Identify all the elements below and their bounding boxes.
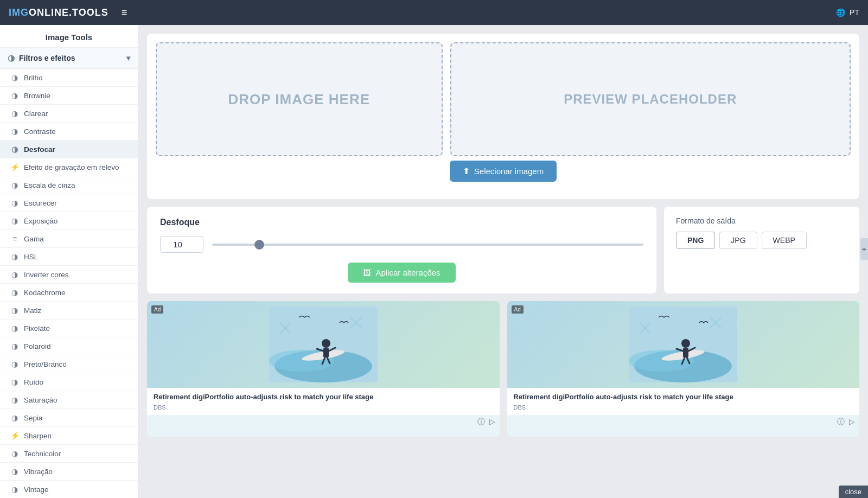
efeito-gravacao-label: Efeito de gravação em relevo [24, 163, 119, 171]
sidebar-item-technicolor[interactable]: ◑ Technicolor [0, 445, 138, 463]
logo: IMGONLINE.TOOLS [9, 7, 108, 18]
format-jpg-button[interactable]: JPG [719, 232, 757, 249]
blur-slider[interactable] [212, 244, 643, 246]
sidebar-item-sharpen[interactable]: ⚡ Sharpen [0, 427, 138, 445]
sidebar-item-pixelate[interactable]: ◑ Pixelate [0, 320, 138, 337]
ad-badge-2: Ad [512, 305, 524, 314]
sidebar-item-escala-cinza[interactable]: ◑ Escala de cinza [0, 176, 138, 194]
gama-icon: ≡ [10, 234, 20, 243]
apply-icon: 🖼 [363, 268, 371, 277]
sidebar-item-matiz[interactable]: ◑ Matiz [0, 302, 138, 320]
top-nav-right: 🌐 PT [836, 8, 859, 17]
drop-zone[interactable]: DROP IMAGE HERE [156, 42, 443, 156]
matiz-label: Matiz [24, 307, 41, 315]
sidebar-item-desfocar[interactable]: ◑ Desfocar [0, 141, 138, 158]
contraste-label: Contraste [24, 127, 56, 136]
sidebar-title: Image Tools [0, 25, 138, 48]
brilho-icon: ◑ [10, 73, 20, 82]
sidebar-item-vintage[interactable]: ◑ Vintage [0, 481, 138, 498]
scroll-handle[interactable]: ◂▸ [860, 238, 868, 260]
sidebar-item-preto-branco[interactable]: ◑ Preto/Branco [0, 355, 138, 373]
format-png-button[interactable]: PNG [676, 232, 715, 249]
scroll-handle-icon: ◂▸ [861, 246, 867, 252]
ad-controls-1: ⓘ ▷ [147, 415, 500, 429]
ad-content-1: Retirement digiPortfolio auto-adjusts ri… [147, 388, 500, 415]
sidebar-item-kodachrome[interactable]: ◑ Kodachrome [0, 284, 138, 302]
drop-area-card: DROP IMAGE HERE PREVIEW PLACEHOLDER ⬆ Se… [147, 34, 859, 199]
desfocar-icon: ◑ [10, 145, 20, 154]
apply-button[interactable]: 🖼 Aplicar alterações [348, 263, 455, 283]
sidebar-item-inverter-cores[interactable]: ◑ Inverter cores [0, 266, 138, 284]
sidebar-item-exposicao[interactable]: ◑ Exposição [0, 212, 138, 230]
close-button[interactable]: close [839, 486, 868, 498]
contraste-icon: ◑ [10, 127, 20, 136]
hsl-label: HSL [24, 253, 38, 261]
sidebar-item-clarear[interactable]: ◑ Clarear [0, 105, 138, 123]
sidebar-item-sepia[interactable]: ◑ Sepia [0, 409, 138, 427]
pixelate-label: Pixelate [24, 324, 50, 333]
sidebar-item-escurecer[interactable]: ◑ Escurecer [0, 194, 138, 212]
polaroid-label: Polaroid [24, 342, 51, 350]
sidebar-item-efeito-gravacao[interactable]: ⚡ Efeito de gravação em relevo [0, 158, 138, 176]
vintage-label: Vintage [24, 486, 49, 494]
ad-svg-2 [629, 307, 737, 382]
settings-row: Desfoque 🖼 Aplicar alterações Formato de… [147, 207, 859, 293]
ad-info-icon-2[interactable]: ⓘ [837, 417, 845, 427]
sidebar: Image Tools ◑ Filtros e efeitos ▾ ◑ Bril… [0, 25, 138, 498]
sidebar-item-ruido[interactable]: ◑ Ruído [0, 373, 138, 391]
ruido-icon: ◑ [10, 378, 20, 386]
svg-rect-5 [323, 348, 329, 357]
settings-title: Desfoque [160, 218, 643, 227]
preto-branco-label: Preto/Branco [24, 360, 67, 368]
sidebar-item-hsl[interactable]: ◑ HSL [0, 248, 138, 266]
sidebar-item-brownie[interactable]: ◑ Brownie [0, 87, 138, 105]
filters-category-arrow: ▾ [126, 54, 130, 62]
sidebar-item-brilho[interactable]: ◑ Brilho [0, 69, 138, 87]
logo-bold: IMG [9, 7, 29, 18]
filters-category-icon: ◑ [8, 53, 15, 63]
settings-card: Desfoque 🖼 Aplicar alterações [147, 207, 656, 293]
ad-next-icon-2[interactable]: ▷ [849, 417, 855, 427]
brownie-icon: ◑ [10, 91, 20, 100]
escurecer-label: Escurecer [24, 199, 57, 207]
exposicao-icon: ◑ [10, 216, 20, 225]
brownie-label: Brownie [24, 92, 50, 100]
desfocar-label: Desfocar [24, 145, 55, 154]
sidebar-item-gama[interactable]: ≡ Gama [0, 230, 138, 248]
sharpen-icon: ⚡ [10, 431, 20, 440]
drop-zone-text: DROP IMAGE HERE [228, 91, 371, 108]
saturacao-label: Saturação [24, 396, 58, 404]
kodachrome-label: Kodachrome [24, 289, 66, 297]
language-label[interactable]: PT [850, 8, 859, 17]
upload-icon: ⬆ [463, 166, 470, 176]
hamburger-menu-icon[interactable]: ≡ [122, 7, 127, 18]
sharpen-label: Sharpen [24, 432, 52, 440]
output-format-title: Formato de saída [676, 216, 847, 225]
svg-rect-19 [683, 348, 688, 357]
ad-content-2: Retirement digiPortfolio auto-adjusts ri… [507, 388, 860, 415]
saturacao-icon: ◑ [10, 395, 20, 404]
hsl-icon: ◑ [10, 252, 20, 261]
select-image-button[interactable]: ⬆ Selecionar imagem [450, 161, 557, 182]
blur-value-input[interactable] [160, 236, 203, 253]
ad-controls-2: ⓘ ▷ [507, 415, 860, 429]
ad-info-icon-1[interactable]: ⓘ [477, 417, 485, 427]
preview-zone-text: PREVIEW PLACEHOLDER [564, 92, 737, 107]
filters-category-label: Filtros e efeitos [19, 54, 75, 62]
sidebar-category-filters[interactable]: ◑ Filtros e efeitos ▾ [0, 48, 138, 69]
sidebar-item-polaroid[interactable]: ◑ Polaroid [0, 337, 138, 355]
ad-brand-2: DBS [514, 404, 853, 411]
sidebar-item-vibracao[interactable]: ◑ Vibração [0, 463, 138, 481]
select-image-label: Selecionar imagem [474, 167, 544, 176]
clarear-label: Clarear [24, 110, 48, 118]
ad-card-1: Ad [147, 301, 500, 437]
format-webp-button[interactable]: WEBP [762, 232, 807, 249]
svg-point-4 [322, 339, 330, 348]
pixelate-icon: ◑ [10, 324, 20, 333]
sidebar-item-saturacao[interactable]: ◑ Saturação [0, 391, 138, 409]
clarear-icon: ◑ [10, 109, 20, 118]
sidebar-item-contraste[interactable]: ◑ Contraste [0, 123, 138, 141]
gama-label: Gama [24, 235, 44, 243]
ad-banners-row: Ad [147, 301, 859, 437]
ad-next-icon-1[interactable]: ▷ [489, 417, 495, 427]
